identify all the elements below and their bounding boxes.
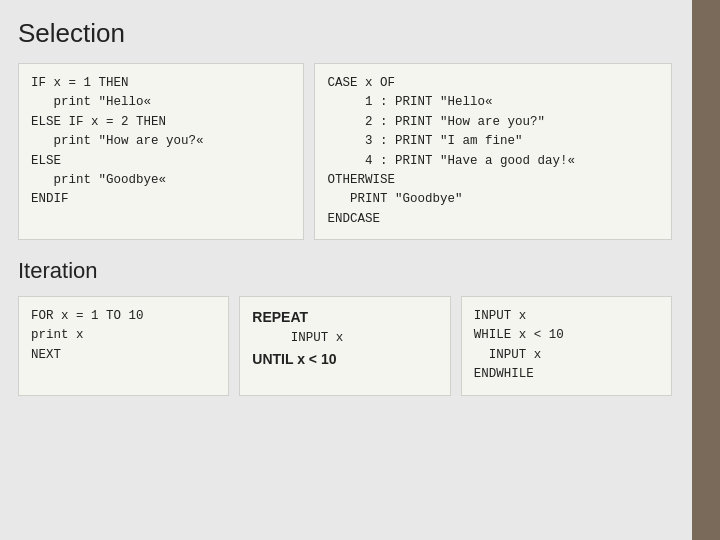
repeat-body: INPUT x bbox=[252, 331, 343, 345]
until-keyword: UNTIL x < 10 bbox=[252, 351, 336, 367]
while-code-box: INPUT x WHILE x < 10 INPUT x ENDWHILE bbox=[461, 296, 672, 396]
case-line2: 1 : PRINT "Hello« bbox=[327, 95, 492, 109]
case-line6: OTHERWISE bbox=[327, 173, 395, 187]
case-code-box: CASE x OF 1 : PRINT "Hello« 2 : PRINT "H… bbox=[314, 63, 672, 240]
repeat-code-box: REPEAT INPUT x UNTIL x < 10 bbox=[239, 296, 450, 396]
main-content: Selection IF x = 1 THEN print "Hello« EL… bbox=[0, 0, 692, 540]
iteration-panels: FOR x = 1 TO 10 print x NEXT REPEAT INPU… bbox=[18, 296, 672, 396]
case-line3: 2 : PRINT "How are you?" bbox=[327, 115, 545, 129]
case-line8: ENDCASE bbox=[327, 212, 380, 226]
sidebar bbox=[692, 0, 720, 540]
for-code-box: FOR x = 1 TO 10 print x NEXT bbox=[18, 296, 229, 396]
selection-panels: IF x = 1 THEN print "Hello« ELSE IF x = … bbox=[18, 63, 672, 240]
case-line5: 4 : PRINT "Have a good day!« bbox=[327, 154, 575, 168]
case-line7: PRINT "Goodbye" bbox=[327, 192, 462, 206]
iteration-heading: Iteration bbox=[18, 258, 672, 284]
case-line4: 3 : PRINT "I am fine" bbox=[327, 134, 522, 148]
selection-heading: Selection bbox=[18, 18, 672, 49]
if-code-box: IF x = 1 THEN print "Hello« ELSE IF x = … bbox=[18, 63, 304, 240]
case-line1: CASE x OF bbox=[327, 76, 395, 90]
repeat-keyword: REPEAT bbox=[252, 309, 308, 325]
